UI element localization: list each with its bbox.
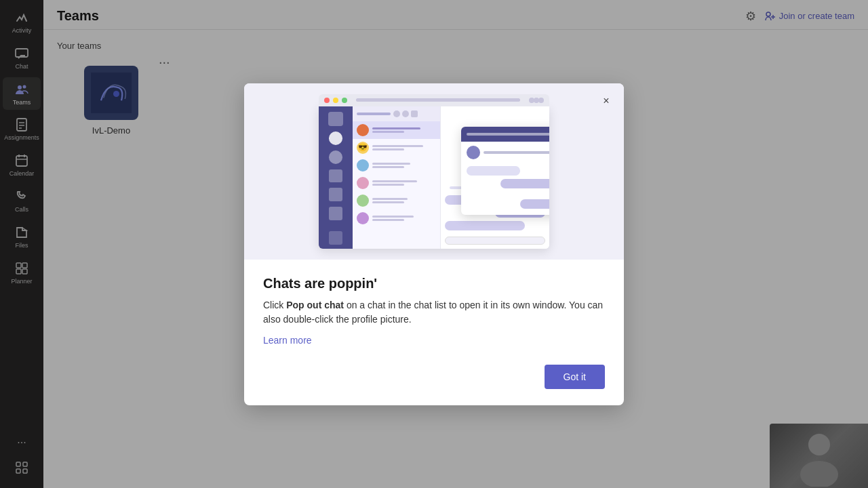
got-it-button[interactable]: Got it <box>545 365 605 389</box>
modal-close-button[interactable]: × <box>597 92 616 110</box>
modal-footer: Got it <box>263 359 605 389</box>
modal-description: Click Pop out chat on a chat in the chat… <box>263 298 605 327</box>
chat-ui-illustration: 😎 <box>319 94 549 249</box>
svg-point-24 <box>529 98 534 103</box>
modal-illustration: × <box>244 83 624 260</box>
modal: × <box>244 83 624 405</box>
modal-title: Chats are poppin' <box>263 276 605 291</box>
svg-point-25 <box>534 98 539 103</box>
svg-point-26 <box>538 98 544 103</box>
learn-more-link[interactable]: Learn more <box>263 335 605 346</box>
modal-body: Chats are poppin' Click Pop out chat on … <box>244 260 624 405</box>
modal-overlay: × <box>0 0 868 488</box>
